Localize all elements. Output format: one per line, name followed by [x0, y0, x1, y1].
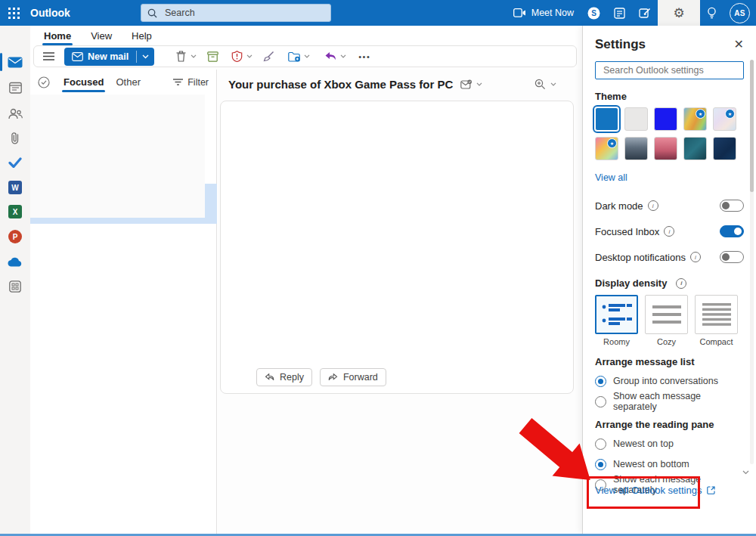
- search-icon: [147, 8, 157, 18]
- theme-swatch-rainbow-stripes[interactable]: ★: [683, 107, 707, 131]
- settings-title: Settings: [595, 37, 646, 52]
- theme-swatch-blue-default[interactable]: ★: [595, 107, 618, 131]
- sweep-button[interactable]: [260, 48, 277, 65]
- rail-item-attachments[interactable]: [0, 126, 30, 149]
- filter-button[interactable]: Filter: [173, 77, 209, 88]
- settings-search-input[interactable]: [602, 64, 737, 76]
- radio-icon: [595, 438, 606, 450]
- rail-item-onedrive[interactable]: [0, 250, 30, 273]
- theme-swatch-navy-circuit[interactable]: ★: [713, 137, 736, 160]
- top-search-box[interactable]: [141, 4, 331, 22]
- tab-focused[interactable]: Focused: [57, 72, 110, 92]
- account-avatar[interactable]: AS: [730, 3, 750, 23]
- forward-button[interactable]: Forward: [320, 368, 386, 386]
- info-icon[interactable]: i: [664, 226, 674, 237]
- rail-item-more-apps[interactable]: [0, 275, 30, 298]
- tasks-button[interactable]: [632, 0, 658, 26]
- radio-newest-on-bottom[interactable]: Newest on bottom: [595, 457, 744, 471]
- tab-help[interactable]: Help: [124, 27, 160, 45]
- tasks-icon: [639, 8, 651, 19]
- move-to-dropdown[interactable]: [304, 54, 310, 58]
- app-launcher-button[interactable]: [0, 0, 27, 26]
- tab-focused-label: Focused: [64, 76, 104, 88]
- new-mail-button[interactable]: New mail: [64, 48, 154, 66]
- density-option-compact[interactable]: [695, 295, 738, 334]
- theme-swatch-mountains[interactable]: ★: [624, 137, 648, 160]
- radio-newest-on-top[interactable]: Newest on top: [595, 437, 744, 451]
- more-apps-icon: [9, 280, 21, 293]
- reply-button-toolbar[interactable]: [322, 48, 339, 65]
- rail-item-word[interactable]: W: [0, 176, 30, 199]
- settings-scrollbar-thumb[interactable]: [750, 60, 754, 192]
- new-mail-dropdown[interactable]: [137, 54, 154, 59]
- theme-swatch-teal-circuit[interactable]: ★: [683, 137, 707, 160]
- rail-item-people[interactable]: [0, 102, 30, 125]
- view-all-outlook-settings-link[interactable]: View all Outlook settings: [595, 485, 715, 496]
- selected-message-highlight: [30, 218, 217, 224]
- overflow-menu-button[interactable]: [40, 48, 57, 65]
- more-options-button[interactable]: •••: [358, 52, 370, 61]
- settings-button[interactable]: ⚙: [658, 0, 700, 26]
- chevron-down-icon: [340, 54, 346, 58]
- move-to-button[interactable]: [286, 48, 302, 65]
- search-input[interactable]: [163, 7, 318, 19]
- density-option-cozy[interactable]: [645, 295, 688, 334]
- skype-button[interactable]: S: [581, 0, 607, 26]
- info-icon[interactable]: i: [648, 200, 658, 211]
- delete-button[interactable]: [172, 48, 189, 65]
- density-option-roomy[interactable]: [595, 295, 638, 334]
- chevron-down-icon: [142, 54, 149, 59]
- focused-inbox-label: Focused Inbox: [595, 226, 659, 237]
- report-dropdown[interactable]: [246, 54, 253, 58]
- reply-dropdown[interactable]: [340, 54, 346, 58]
- info-icon[interactable]: i: [690, 252, 701, 262]
- chevron-down-icon[interactable]: [476, 82, 482, 86]
- focused-inbox-toggle[interactable]: [720, 225, 744, 237]
- close-icon[interactable]: ✕: [734, 39, 744, 51]
- rail-item-powerpoint[interactable]: P: [0, 225, 30, 248]
- reply-button[interactable]: Reply: [256, 368, 312, 386]
- theme-swatch-unicorn-art[interactable]: ★: [595, 137, 618, 160]
- reply-arrow-icon: [265, 373, 274, 381]
- info-icon[interactable]: i: [676, 278, 686, 289]
- desktop-notifications-toggle[interactable]: [720, 251, 744, 263]
- rail-item-calendar[interactable]: [0, 76, 30, 99]
- select-all-icon[interactable]: [38, 76, 50, 88]
- tab-other[interactable]: Other: [110, 72, 147, 92]
- scroll-down-chevron-icon[interactable]: [742, 470, 749, 475]
- reply-arrow-icon: [324, 51, 336, 61]
- rail-item-todo[interactable]: [0, 151, 30, 174]
- reply-label: Reply: [280, 372, 304, 383]
- delete-dropdown[interactable]: [191, 54, 197, 58]
- theme-swatch-pastel-swirl[interactable]: ★: [713, 107, 736, 131]
- forward-label: Forward: [343, 372, 378, 383]
- theme-swatch-bright-blue[interactable]: ★: [654, 107, 677, 131]
- radio-group-into-conversations[interactable]: Group into conversations: [595, 374, 744, 388]
- filter-label: Filter: [187, 77, 209, 88]
- meet-now-button[interactable]: Meet Now: [507, 0, 581, 26]
- radio-show-each-message-separately[interactable]: Show each message separately: [595, 395, 744, 408]
- theme-swatch-light-gray[interactable]: ★: [624, 107, 648, 131]
- tab-view[interactable]: View: [83, 27, 119, 45]
- theme-swatch-sunset-palms[interactable]: ★: [654, 137, 677, 160]
- zoom-in-icon[interactable]: [534, 79, 546, 90]
- chevron-down-icon: [304, 54, 310, 58]
- rail-item-excel[interactable]: X: [0, 200, 30, 223]
- outlook-window: Outlook Meet Now S: [0, 0, 756, 536]
- message-list-skeleton[interactable]: [30, 94, 205, 218]
- tips-button[interactable]: [700, 0, 723, 26]
- tab-home[interactable]: Home: [36, 27, 79, 45]
- chevron-down-icon[interactable]: [550, 82, 556, 86]
- archive-button[interactable]: [204, 48, 221, 65]
- settings-search-box[interactable]: [595, 61, 744, 79]
- rail-item-mail[interactable]: [0, 51, 30, 73]
- message-status-icon[interactable]: [460, 79, 472, 90]
- theme-swatch-grid: ★ ★ ★ ★ ★ ★ ★ ★ ★ ★: [595, 107, 744, 160]
- report-button[interactable]: [228, 48, 245, 65]
- dark-mode-toggle[interactable]: [720, 200, 744, 212]
- theme-view-all-link[interactable]: View all: [595, 172, 627, 183]
- notes-button[interactable]: [607, 0, 632, 26]
- radio-icon: [595, 396, 606, 407]
- excel-icon: X: [8, 205, 22, 218]
- archive-icon: [207, 51, 218, 62]
